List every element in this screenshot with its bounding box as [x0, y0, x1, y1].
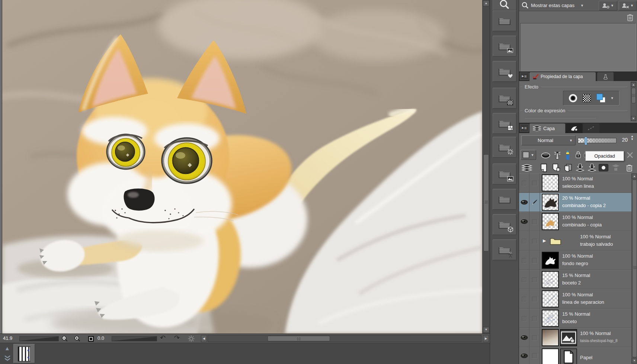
scroll-down-button[interactable]: ▼: [632, 358, 637, 363]
canvas-horizontal-scrollbar[interactable]: [208, 335, 481, 342]
tab-layers[interactable]: Capa: [529, 123, 565, 133]
scroll-left-button[interactable]: ◀: [201, 335, 207, 342]
visibility-cell[interactable]: [519, 212, 529, 231]
edit-checkbox[interactable]: [532, 239, 537, 244]
property-scrollbar[interactable]: ▲ ▼: [631, 82, 637, 121]
layer-row-trabajo-salvado[interactable]: ▶ 100 % Normal trabajo salvado: [519, 231, 631, 251]
edit-checkbox[interactable]: [532, 297, 537, 302]
layer-thumbnail[interactable]: [542, 290, 559, 307]
edit-target-cell[interactable]: [529, 251, 540, 270]
canvas-vertical-scrollbar[interactable]: ▲ ▼: [482, 0, 490, 334]
scroll-down-button[interactable]: ▼: [483, 327, 489, 333]
edit-checkbox[interactable]: [532, 258, 537, 263]
visibility-cell[interactable]: [519, 251, 529, 270]
tab-adjust[interactable]: [597, 72, 614, 81]
layer-list-scrollbar[interactable]: ▲ ▼: [631, 173, 637, 364]
layer-name[interactable]: taisia-shestopal-hqp_8: [580, 337, 630, 345]
material-thumbnail[interactable]: [13, 344, 35, 363]
layer-row-boceto-2[interactable]: 15 % Normal boceto 2: [519, 270, 631, 289]
layer-row-combinado-copia[interactable]: 100 % Normal combinado - copia: [519, 212, 631, 231]
visibility-checkbox[interactable]: [522, 297, 526, 302]
layer-name[interactable]: Papel: [580, 354, 630, 361]
layer-name[interactable]: trabajo salvado: [580, 241, 630, 248]
paper-layer-icon[interactable]: [560, 348, 577, 364]
canvas-artwork[interactable]: [2, 0, 482, 334]
zoom-in-button[interactable]: [74, 335, 81, 342]
material-folder-photos-button[interactable]: [493, 164, 516, 184]
edit-target-cell[interactable]: [529, 270, 540, 289]
edit-target-cell[interactable]: [529, 173, 540, 193]
rotation-slider[interactable]: [112, 336, 157, 341]
zoom-slider[interactable]: [19, 336, 59, 341]
zoom-out-button[interactable]: [61, 335, 68, 342]
layer-folder-icon[interactable]: [550, 236, 561, 246]
spinner-down-icon[interactable]: ▼: [631, 138, 634, 141]
panel-menu-button[interactable]: ▶ ≡: [520, 124, 529, 132]
layer-color-icon[interactable]: [596, 94, 605, 103]
layer-row-boceto[interactable]: 15 % Normal boceto: [519, 309, 631, 328]
scroll-up-button[interactable]: ▲: [632, 174, 637, 179]
fit-to-screen-button[interactable]: [87, 335, 95, 342]
layer-row-papel[interactable]: Papel: [519, 347, 631, 364]
scroll-up-button[interactable]: ▲: [631, 82, 636, 87]
visibility-cell[interactable]: [519, 289, 529, 309]
visibility-cell[interactable]: [519, 347, 529, 364]
opacity-spinner[interactable]: ▲ ▼: [630, 135, 635, 141]
eye-icon[interactable]: [521, 353, 528, 358]
layer-row-seleccion-linea[interactable]: 100 % Normal seleccion linea: [519, 173, 631, 193]
select-shown-layers-button[interactable]: ▼: [599, 1, 617, 10]
dock-collapse-button[interactable]: [4, 355, 11, 361]
visibility-cell[interactable]: [519, 309, 529, 328]
new-folder-button[interactable]: [564, 163, 573, 172]
edit-checkbox[interactable]: [532, 219, 537, 224]
new-layer-by-type-button[interactable]: [552, 163, 561, 172]
vertical-scroll-thumb[interactable]: [483, 154, 489, 251]
layer-row-combinado-copia-2[interactable]: 20 % Normal combinado - copia 2: [519, 193, 631, 212]
reset-view-button[interactable]: [188, 335, 195, 342]
new-mask-button[interactable]: [599, 164, 608, 171]
horizontal-scroll-thumb[interactable]: [268, 336, 330, 341]
visibility-checkbox[interactable]: [522, 258, 526, 263]
panel-menu-button[interactable]: ▶ ≡: [520, 73, 529, 80]
visibility-cell[interactable]: [519, 193, 529, 212]
tab-layer-property[interactable]: Propiedad de la capa: [529, 72, 596, 81]
edit-target-cell[interactable]: [529, 231, 540, 251]
visibility-checkbox[interactable]: [522, 277, 526, 282]
material-folder-images-button[interactable]: [493, 36, 516, 57]
layer-name[interactable]: boceto: [562, 318, 630, 325]
scroll-up-button[interactable]: ▲: [483, 0, 489, 6]
merge-down-button[interactable]: [576, 163, 585, 172]
reference-layer-icon[interactable]: [554, 150, 561, 160]
chevron-down-icon[interactable]: ▼: [611, 96, 614, 100]
layer-thumbnail[interactable]: [542, 310, 559, 327]
scroll-down-button[interactable]: ▼: [631, 116, 636, 121]
layer-search-results[interactable]: [520, 23, 636, 71]
delete-icon[interactable]: [626, 13, 634, 22]
image-material-icon[interactable]: [560, 329, 577, 346]
opacity-slider[interactable]: [578, 138, 617, 143]
edit-checkbox[interactable]: [532, 181, 537, 186]
layer-thumbnail[interactable]: [542, 329, 559, 346]
tab-brush-wash[interactable]: [566, 123, 582, 133]
show-layers-filter[interactable]: Mostrar estas capas: [531, 3, 574, 8]
edit-checkbox[interactable]: [532, 316, 537, 321]
visibility-checkbox[interactable]: [522, 316, 526, 321]
layer-name[interactable]: linea de separacion: [562, 299, 630, 306]
edit-target-cell[interactable]: [529, 289, 540, 309]
visibility-checkbox[interactable]: [522, 239, 526, 244]
deselect-layers-button[interactable]: ▼: [619, 1, 637, 10]
lock-layer-icon[interactable]: [575, 151, 582, 159]
layer-name[interactable]: seleccion linea: [562, 183, 630, 190]
layer-thumbnail[interactable]: [542, 252, 559, 269]
clear-ruler-icon[interactable]: [626, 151, 634, 159]
scroll-thumb[interactable]: [631, 88, 636, 103]
tone-effect-icon[interactable]: [583, 94, 591, 102]
material-folder-layout-button[interactable]: [493, 113, 516, 134]
layer-name[interactable]: combinado - copia: [562, 221, 630, 229]
visibility-cell[interactable]: [519, 328, 529, 347]
layer-thumbnail[interactable]: [542, 213, 559, 230]
layer-name[interactable]: combinado - copia 2: [562, 202, 630, 209]
edit-target-cell[interactable]: [529, 212, 540, 231]
material-folder-favorites-button[interactable]: [493, 61, 516, 82]
material-folder-open-button[interactable]: [493, 189, 516, 210]
